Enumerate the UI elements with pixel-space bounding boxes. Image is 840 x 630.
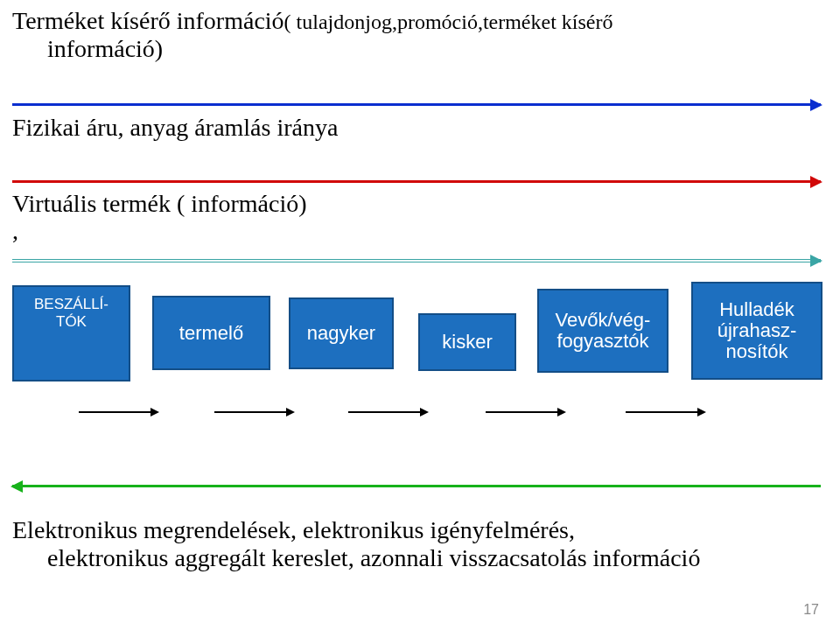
title-block: Terméket kísérő információ( tulajdonjog,… [12,7,613,63]
box-recyclers-label: Hulladék újrahasz-nosítók [698,299,816,363]
flow-arrow-3 [348,411,427,413]
page-number: 17 [803,602,819,618]
box-consumers-label: Vevők/vég-fogyasztók [544,310,662,352]
title-sub2: információ) [12,35,613,63]
box-wholesale-label: nagyker [307,322,375,345]
bottom-line-2: elektronikus aggregált kereslet, azonnal… [12,544,700,572]
title-main: Terméket kísérő információ [12,7,284,34]
bottom-line-1: Elektronikus megrendelések, elektronikus… [12,516,575,543]
box-wholesale: nagyker [289,298,394,369]
label-virtual: Virtuális termék ( információ) , [12,191,307,245]
box-producer: termelő [152,296,270,370]
box-retail: kisker [418,313,516,371]
flow-arrow-5 [626,411,704,413]
label-virtual-l1: Virtuális termék ( információ) [12,190,307,217]
label-physical: Fizikai áru, anyag áramlás iránya [12,114,338,142]
bottom-text: Elektronikus megrendelések, elektronikus… [12,516,700,572]
box-suppliers-label: BESZÁLLÍ-TÓK [19,296,123,331]
flow-arrow-4 [486,411,564,413]
box-producer-label: termelő [179,322,243,345]
label-virtual-l2: , [12,217,18,244]
flow-arrow-2 [214,411,293,413]
flow-arrow-1 [79,411,158,413]
title-sub: ( tulajdonjog,promóció,terméket kísérő [284,10,613,33]
box-retail-label: kisker [442,331,492,354]
box-suppliers: BESZÁLLÍ-TÓK [12,285,130,382]
box-consumers: Vevők/vég-fogyasztók [537,289,668,373]
box-recyclers: Hulladék újrahasz-nosítók [691,282,822,380]
